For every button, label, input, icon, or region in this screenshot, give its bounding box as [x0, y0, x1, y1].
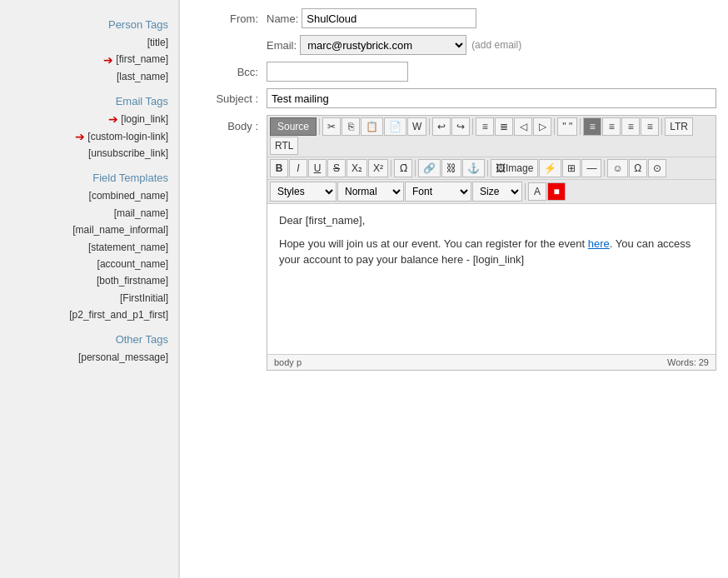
indent-button[interactable]: ▷	[533, 117, 551, 136]
editor-here-link[interactable]: here	[588, 237, 610, 250]
bcc-input[interactable]	[267, 62, 408, 82]
sidebar-tag-mail-name-informal[interactable]: [mail_name_informal]	[0, 222, 178, 238]
rtl-button[interactable]: RTL	[270, 137, 298, 155]
name-input[interactable]	[302, 8, 476, 28]
person-tags-title: Person Tags	[0, 18, 178, 31]
sidebar-tag-combined-name[interactable]: [combined_name]	[0, 187, 178, 204]
arrow-icon-login-link: ➔	[108, 112, 118, 126]
ordered-list-button[interactable]: ≣	[495, 117, 513, 136]
toolbar-row-3: Styles Normal Font Size A ■	[267, 180, 716, 204]
editor-content[interactable]: Dear [first_name], Hope you will join us…	[267, 204, 716, 354]
field-templates-title: Field Templates	[0, 172, 178, 184]
arrow-icon-first-name: ➔	[103, 53, 113, 67]
toolbar-row-2: B I U S X₂ X² Ω̄ 🔗 ⛓ ⚓ 🖼 Image	[267, 157, 716, 180]
superscript-button[interactable]: X²	[368, 159, 388, 177]
bold-button[interactable]: B	[270, 159, 288, 177]
sidebar-tag-statement-name[interactable]: [statement_name]	[0, 239, 178, 256]
undo-button[interactable]: ↩	[432, 117, 451, 136]
sidebar-tag-custom-login-link[interactable]: [custom-login-link]	[87, 128, 168, 145]
sidebar-tag-first-name[interactable]: [first_name]	[116, 51, 168, 67]
strike-button[interactable]: S	[327, 159, 346, 177]
separator-5	[580, 118, 581, 135]
subject-row: Subject :	[192, 88, 716, 108]
source-button[interactable]: Source	[270, 117, 317, 136]
italic-button[interactable]: I	[289, 159, 307, 177]
format-select[interactable]: Normal	[337, 182, 404, 202]
sidebar-tag-last-name[interactable]: [last_name]	[0, 68, 178, 85]
email-tags-title: Email Tags	[0, 95, 178, 107]
separator-4	[554, 118, 555, 135]
flash-button[interactable]: ⚡	[539, 159, 561, 177]
size-select[interactable]: Size	[472, 182, 522, 202]
editor-path: body p	[274, 357, 302, 367]
subscript-button[interactable]: X₂	[347, 159, 367, 177]
unordered-list-button[interactable]: ≡	[476, 117, 494, 136]
blockquote-button[interactable]: " "	[557, 117, 577, 136]
other-tags-title: Other Tags	[0, 333, 178, 346]
align-left-button[interactable]: ≡	[583, 117, 601, 136]
image-button[interactable]: 🖼 Image	[491, 159, 538, 177]
table-button[interactable]: ⊞	[562, 159, 581, 177]
editor-paragraph-2: Hope you will join us at our event. You …	[279, 236, 704, 268]
align-center-button[interactable]: ≡	[602, 117, 621, 136]
color-button[interactable]: A	[528, 182, 546, 201]
sidebar-tag-first-name-row: ➔ [first_name]	[0, 51, 178, 67]
sidebar-tag-both-firstname[interactable]: [both_firstname]	[0, 272, 178, 289]
special-char-button[interactable]: Ω̄	[394, 159, 412, 177]
body-label: Body :	[192, 115, 267, 132]
sidebar-tag-account-name[interactable]: [account_name]	[0, 256, 178, 272]
redo-button[interactable]: ↪	[451, 117, 470, 136]
anchor-button[interactable]: ⚓	[462, 159, 485, 177]
from-label: From:	[192, 12, 267, 25]
editor-container: Source ✂ ⎘ 📋 📄 W ↩ ↪ ≡ ≣ ◁ ▷	[267, 115, 716, 371]
omega-button[interactable]: Ω	[629, 159, 647, 177]
paste-button[interactable]: 📋	[361, 117, 383, 136]
special2-button[interactable]: ⊙	[648, 159, 666, 177]
sidebar-tag-first-initial[interactable]: [FirstInitial]	[0, 290, 178, 306]
align-justify-button[interactable]: ≡	[641, 117, 659, 136]
copy-button[interactable]: ⎘	[342, 117, 360, 136]
sidebar-tag-title[interactable]: [title]	[0, 34, 178, 51]
separator-1	[319, 118, 320, 135]
styles-select[interactable]: Styles	[270, 182, 337, 202]
form-area: From: Name: Email: marc@rustybrick.com (…	[179, 0, 728, 578]
toolbar-row-1: Source ✂ ⎘ 📋 📄 W ↩ ↪ ≡ ≣ ◁ ▷	[267, 116, 716, 157]
editor-paragraph-1: Dear [first_name],	[279, 212, 704, 229]
paste-text-button[interactable]: 📄	[384, 117, 406, 136]
separator-10	[604, 160, 605, 177]
add-email-link[interactable]: (add email)	[471, 39, 521, 51]
separator-11	[525, 183, 526, 200]
cut-button[interactable]: ✂	[322, 117, 341, 136]
sidebar-tag-custom-login-row: ➔ [custom-login-link]	[0, 128, 178, 145]
separator-6	[661, 118, 662, 135]
separator-3	[472, 118, 473, 135]
sidebar-tag-login-link-row: ➔ [login_link]	[0, 111, 178, 127]
unlink-button[interactable]: ⛓	[441, 159, 461, 177]
sidebar-tag-p2-first[interactable]: [p2_first_and_p1_first]	[0, 306, 178, 323]
ltr-button[interactable]: LTR	[665, 117, 693, 136]
word-count: Words: 29	[667, 357, 709, 367]
sidebar-tag-login-link[interactable]: [login_link]	[121, 111, 168, 127]
outdent-button[interactable]: ◁	[514, 117, 532, 136]
sidebar-tag-mail-name[interactable]: [mail_name]	[0, 205, 178, 222]
from-row: From: Name:	[192, 8, 716, 28]
paste-word-button[interactable]: W	[407, 117, 426, 136]
arrow-icon-custom-login: ➔	[75, 130, 85, 143]
link-button[interactable]: 🔗	[418, 159, 441, 177]
name-label: Name:	[267, 12, 298, 25]
email-label: Email:	[267, 39, 297, 52]
hr-button[interactable]: —	[581, 159, 601, 177]
font-select[interactable]: Font	[405, 182, 471, 202]
separator-2	[429, 118, 430, 135]
body-row: Body : Source ✂ ⎘ 📋 📄 W ↩ ↪	[192, 115, 716, 371]
align-right-button[interactable]: ≡	[621, 117, 640, 136]
smiley-button[interactable]: ☺	[607, 159, 627, 177]
image-label: Image	[506, 162, 533, 174]
sidebar-tag-unsubscribe[interactable]: [unsubscribe_link]	[0, 145, 178, 162]
bcc-row: Bcc:	[192, 62, 716, 82]
email-select[interactable]: marc@rustybrick.com	[300, 35, 466, 55]
bgcolor-button[interactable]: ■	[547, 182, 566, 201]
underline-button[interactable]: U	[308, 159, 327, 177]
subject-input[interactable]	[267, 88, 716, 108]
sidebar-tag-personal-message[interactable]: [personal_message]	[0, 349, 178, 366]
